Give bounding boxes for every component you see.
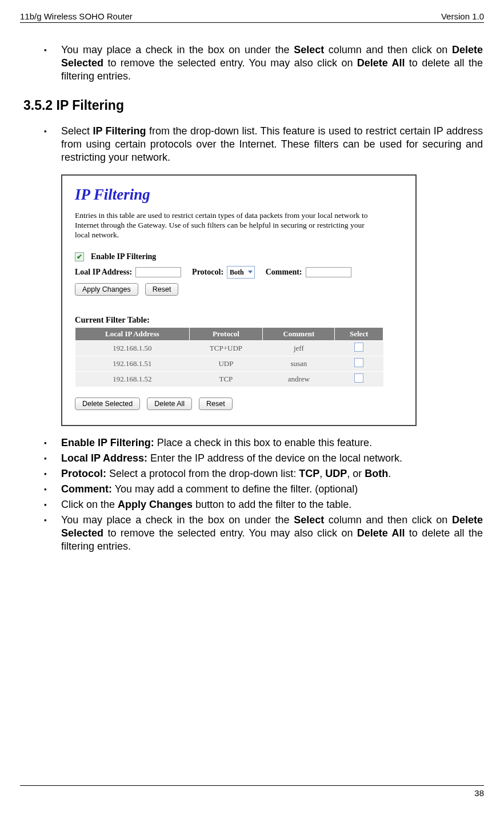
bullet-local-ip: ▪ Local IP Address: Enter the IP address… [44,452,483,465]
th-protocol: Protocol [189,328,263,341]
bullet-icon: ▪ [44,467,61,480]
page-header: 11b/g Wireless SOHO Router Version 1.0 [20,11,484,23]
th-comment: Comment [263,328,335,341]
bullet-delete: ▪ You may place a check in the box on un… [44,514,483,553]
enable-ip-filtering-checkbox[interactable]: ✔ [75,252,84,261]
bullet-intro-text: Select IP Filtering from the drop-down l… [61,125,483,164]
page-number: 38 [474,788,484,798]
filter-table: Local IP Address Protocol Comment Select… [75,327,383,387]
row-select-checkbox[interactable] [354,358,363,367]
section-heading: 3.5.2 IP Filtering [23,98,483,113]
th-local-ip: Local IP Address [75,328,190,341]
panel-description: Entries in this table are used to restri… [75,210,378,240]
page-footer: 38 [20,785,484,798]
panel-title: IP Filtering [75,186,403,204]
bullet-icon: ▪ [44,483,61,496]
protocol-label: Protocol: [192,268,223,277]
bullet-icon: ▪ [44,498,61,511]
bullet-apply: ▪ Click on the Apply Changes button to a… [44,498,483,511]
bullet-icon: ▪ [44,125,61,164]
delete-selected-button[interactable]: Delete Selected [75,397,140,410]
reset-button-2[interactable]: Reset [199,397,233,410]
bullet-top-text: You may place a check in the box on unde… [61,43,483,83]
comment-input[interactable] [306,267,351,277]
delete-all-button[interactable]: Delete All [147,397,192,410]
bullet-top: ▪ You may place a check in the box on un… [44,43,483,83]
row-select-checkbox[interactable] [354,373,363,383]
bullet-protocol: ▪ Protocol: Select a protocol from the d… [44,467,483,480]
row-select-checkbox[interactable] [354,343,363,352]
bullet-icon: ▪ [44,436,61,450]
enable-ip-filtering-label: Enable IP Filtering [91,252,156,261]
local-ip-input[interactable] [135,267,181,277]
th-select: Select [335,328,383,341]
protocol-select[interactable]: Both [227,266,255,279]
local-ip-label: Loal IP Address: [75,268,132,277]
header-right: Version 1.0 [441,11,484,21]
bullet-intro: ▪ Select IP Filtering from the drop-down… [44,125,483,164]
ip-filtering-panel: IP Filtering Entries in this table are u… [61,174,417,426]
bullet-icon: ▪ [44,452,61,465]
header-left: 11b/g Wireless SOHO Router [20,11,133,21]
table-header-row: Local IP Address Protocol Comment Select [75,328,383,341]
bullet-comment: ▪ Comment: You may add a comment to defi… [44,483,483,496]
bullet-enable: ▪ Enable IP Filtering: Place a check in … [44,436,483,450]
filter-table-title: Current Filter Table: [75,315,403,325]
bullet-icon: ▪ [44,43,61,83]
table-row: 192.168.1.51 UDP susan [75,356,383,372]
comment-label: Comment: [266,268,302,277]
bullet-icon: ▪ [44,514,61,553]
reset-button[interactable]: Reset [145,283,179,296]
apply-changes-button[interactable]: Apply Changes [75,283,138,296]
table-row: 192.168.1.50 TCP+UDP jeff [75,341,383,356]
table-row: 192.168.1.52 TCP andrew [75,372,383,387]
